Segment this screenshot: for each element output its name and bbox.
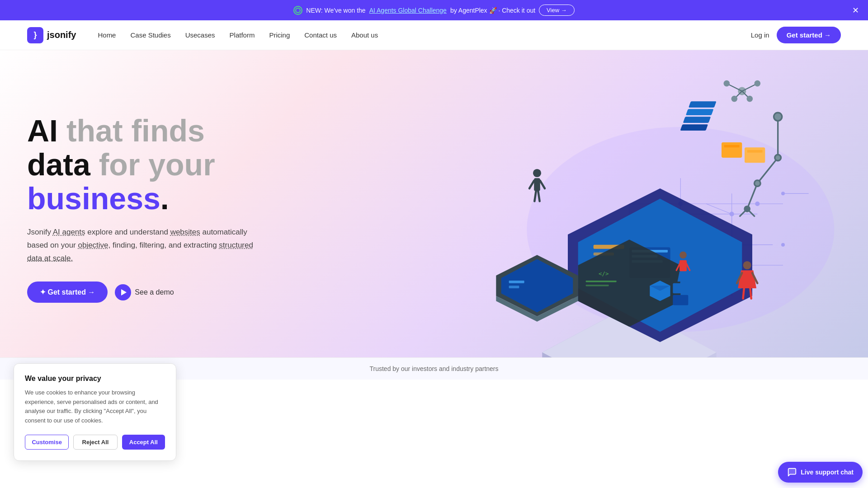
nav-about[interactable]: About us: [351, 31, 378, 39]
svg-point-76: [679, 251, 687, 258]
nav-get-started-button[interactable]: Get started →: [777, 27, 841, 43]
svg-marker-71: [738, 270, 756, 288]
svg-line-66: [529, 181, 534, 188]
svg-rect-86: [673, 295, 688, 305]
hero-demo-label: See a demo: [135, 288, 174, 296]
cookie-banner: We value your privacy We use cookies to …: [14, 363, 176, 380]
nav-case-studies[interactable]: Case Studies: [130, 31, 170, 39]
svg-point-50: [775, 155, 781, 161]
svg-point-61: [755, 80, 761, 87]
svg-rect-35: [509, 281, 524, 283]
svg-rect-45: [747, 150, 763, 153]
svg-rect-40: [683, 117, 711, 123]
close-announcement-button[interactable]: ✕: [852, 5, 859, 15]
main-nav: } jsonify Home Case Studies Usecases Pla…: [0, 20, 868, 50]
svg-rect-65: [534, 178, 540, 191]
svg-point-63: [747, 96, 753, 102]
svg-rect-42: [722, 142, 742, 158]
nav-home[interactable]: Home: [98, 31, 116, 39]
play-icon: [115, 284, 131, 300]
svg-point-17: [782, 243, 785, 246]
login-button[interactable]: Log in: [751, 31, 769, 39]
svg-rect-31: [586, 281, 617, 282]
svg-point-49: [774, 113, 782, 121]
announcement-icon: [293, 6, 302, 15]
view-button[interactable]: View →: [539, 5, 575, 16]
cookie-title: We value your privacy: [25, 375, 165, 380]
svg-line-74: [743, 288, 744, 299]
hero-demo-button[interactable]: See a demo: [115, 284, 174, 300]
announcement-prefix: NEW: We've won the: [306, 7, 365, 14]
svg-point-60: [724, 80, 730, 87]
logo-text: jsonify: [47, 30, 76, 40]
hero-title-ai: AI: [27, 113, 66, 148]
hero-content: AI that finds data for your business. Js…: [27, 114, 253, 303]
nav-platform[interactable]: Platform: [230, 31, 255, 39]
hero-title-business: business: [27, 181, 160, 216]
svg-point-70: [743, 261, 751, 269]
trusted-text: Trusted by our investors and industry pa…: [369, 365, 498, 372]
nav-links: Home Case Studies Usecases Platform Pric…: [98, 31, 750, 39]
hero-section: AI that finds data for your business. Js…: [0, 50, 868, 357]
svg-point-62: [731, 96, 738, 102]
hero-get-started-button[interactable]: ✦ Get started →: [27, 282, 108, 303]
hero-buttons: ✦ Get started → See a demo: [27, 282, 253, 303]
announcement-suffix: by AgentPlex 🚀 · Check it out: [450, 7, 535, 14]
hero-title-gray1: that finds: [66, 113, 205, 148]
nav-pricing[interactable]: Pricing: [269, 31, 290, 39]
svg-point-51: [755, 180, 761, 187]
announcement-bar: NEW: We've won the AI Agents Global Chal…: [0, 0, 868, 20]
svg-rect-39: [686, 109, 714, 115]
svg-rect-36: [509, 286, 519, 288]
svg-rect-32: [586, 285, 609, 286]
hero-title-data: data: [27, 147, 99, 182]
svg-line-75: [750, 288, 751, 299]
svg-text:</>: </>: [599, 270, 609, 277]
nav-actions: Log in Get started →: [751, 27, 841, 43]
nav-usecases[interactable]: Usecases: [185, 31, 215, 39]
hero-illustration: </>: [391, 50, 868, 357]
svg-point-16: [782, 192, 785, 195]
svg-rect-41: [680, 124, 708, 131]
hero-title-gray2: for your: [99, 147, 215, 182]
hero-description: Jsonify AI agents explore and understand…: [27, 226, 253, 265]
svg-point-64: [533, 169, 541, 177]
announcement-link[interactable]: AI Agents Global Challenge: [369, 7, 447, 14]
svg-rect-38: [689, 101, 717, 108]
svg-rect-43: [724, 145, 740, 148]
svg-rect-44: [745, 147, 765, 163]
svg-rect-85: [673, 283, 688, 294]
nav-contact[interactable]: Contact us: [304, 31, 337, 39]
hero-title-period: .: [160, 181, 169, 216]
logo-icon: }: [27, 27, 43, 43]
svg-point-10: [755, 202, 760, 206]
hero-svg: </>: [391, 50, 868, 357]
logo-link[interactable]: } jsonify: [27, 27, 76, 43]
hero-title: AI that finds data for your business.: [27, 114, 253, 215]
